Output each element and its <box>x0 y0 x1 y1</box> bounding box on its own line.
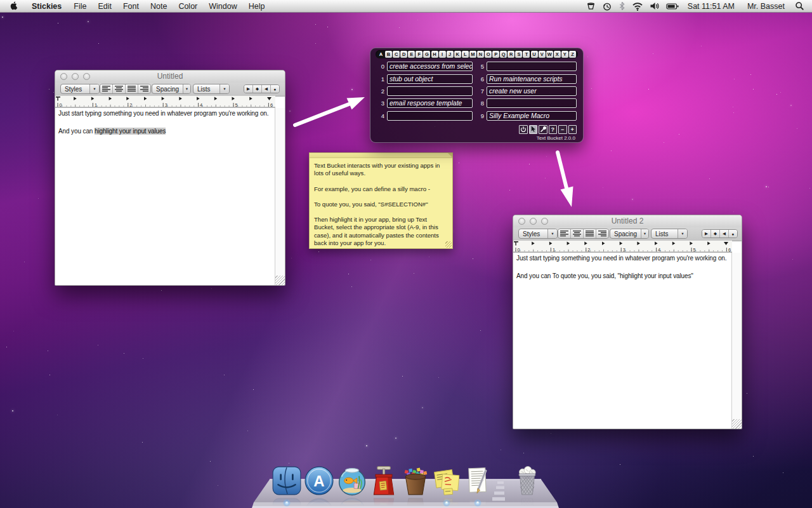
left-tab-icon[interactable]: ◀ <box>719 230 728 237</box>
scrollbar[interactable] <box>731 253 742 429</box>
plus-button[interactable]: + <box>568 125 577 134</box>
letter-tab-u[interactable]: U <box>531 51 538 58</box>
letter-tab-x[interactable]: X <box>554 51 561 58</box>
slot-field-5[interactable] <box>487 62 577 71</box>
slot-field-8[interactable] <box>487 98 577 108</box>
slot-field-3[interactable]: email response template <box>387 98 473 108</box>
sticky-note[interactable]: Text Bucket interacts with your existing… <box>309 152 453 249</box>
letter-tab-a[interactable]: A <box>377 51 384 58</box>
dock-detonator[interactable] <box>368 465 400 497</box>
letter-tab-t[interactable]: T <box>523 51 530 58</box>
close-button[interactable] <box>60 73 67 80</box>
slot-field-2[interactable] <box>387 86 473 96</box>
center-tab-icon[interactable]: ◆ <box>252 85 261 93</box>
slot-field-0[interactable]: create accessors from selec <box>387 62 473 71</box>
document-text-area[interactable]: Just start typing something you need in … <box>513 253 732 429</box>
menu-edit[interactable]: Edit <box>92 2 117 11</box>
dock-stickies[interactable] <box>431 465 462 497</box>
zoom-button[interactable] <box>83 73 90 80</box>
letter-tab-k[interactable]: K <box>454 51 461 58</box>
right-tab-icon[interactable]: ▶ <box>244 85 252 93</box>
document-text-area[interactable]: Just start typing something you need in … <box>55 108 275 285</box>
menu-note[interactable]: Note <box>145 2 173 11</box>
spotlight-icon[interactable] <box>795 1 804 11</box>
cursor-button[interactable] <box>529 125 538 134</box>
menu-color[interactable]: Color <box>173 2 203 11</box>
letter-tab-i[interactable]: I <box>439 51 446 58</box>
dock-finder[interactable] <box>271 465 303 497</box>
menu-user[interactable]: Mr. Basset <box>747 2 785 11</box>
apple-menu-icon[interactable] <box>10 1 19 11</box>
title-bar[interactable]: Untitled <box>55 70 285 83</box>
zoom-button[interactable] <box>541 218 548 225</box>
letter-tab-q[interactable]: Q <box>500 51 507 58</box>
resize-grip[interactable] <box>275 276 285 285</box>
slot-field-7[interactable]: create new user <box>487 86 577 96</box>
letter-tab-r[interactable]: R <box>508 51 514 58</box>
minimize-button[interactable] <box>530 218 537 225</box>
menu-font[interactable]: Font <box>117 2 145 11</box>
letter-tab-g[interactable]: G <box>423 51 430 58</box>
title-bar[interactable]: Untitled 2 <box>513 215 742 228</box>
help-button[interactable]: ? <box>549 125 558 134</box>
letter-tab-s[interactable]: S <box>515 51 522 58</box>
spacing-dropdown[interactable]: Spacing ▼ <box>152 84 191 94</box>
align-center-button[interactable] <box>112 84 125 93</box>
dock-trash[interactable] <box>511 465 543 497</box>
menu-clock[interactable]: Sat 11:51 AM <box>688 2 735 11</box>
scrollbar[interactable] <box>275 108 285 285</box>
battery-menu-icon[interactable] <box>666 1 679 11</box>
letter-tab-d[interactable]: D <box>400 51 407 58</box>
slot-field-9[interactable]: Silly Example Macro <box>487 111 577 121</box>
letter-tab-p[interactable]: P <box>492 51 499 58</box>
sticky-resize-grip[interactable] <box>445 241 452 248</box>
spacing-dropdown[interactable]: Spacing ▼ <box>610 229 649 239</box>
resize-grip[interactable] <box>732 419 742 429</box>
letter-tab-o[interactable]: O <box>485 51 492 58</box>
align-right-button[interactable] <box>138 84 150 93</box>
wifi-menu-icon[interactable] <box>632 1 643 11</box>
letter-tab-y[interactable]: Y <box>561 51 568 58</box>
wrench-button[interactable] <box>539 125 547 134</box>
slot-field-1[interactable]: stub out object <box>387 74 473 84</box>
menu-file[interactable]: File <box>68 2 92 11</box>
minus-button[interactable]: − <box>558 125 567 134</box>
styles-dropdown[interactable]: Styles ▼ <box>60 84 100 94</box>
decimal-tab-icon[interactable]: ● <box>728 230 737 237</box>
align-left-button[interactable] <box>558 229 570 238</box>
bluetooth-menu-icon[interactable] <box>619 1 625 11</box>
dock-app-store[interactable]: AA <box>303 465 335 497</box>
power-button[interactable] <box>519 125 528 134</box>
left-tab-icon[interactable]: ◀ <box>261 85 270 93</box>
slot-field-4[interactable] <box>387 111 473 121</box>
letter-tab-w[interactable]: W <box>546 51 553 58</box>
minimize-button[interactable] <box>72 73 79 80</box>
letter-tab-h[interactable]: H <box>431 51 438 58</box>
letter-tab-m[interactable]: M <box>469 51 476 58</box>
menu-help[interactable]: Help <box>243 2 271 11</box>
volume-menu-icon[interactable] <box>650 1 660 11</box>
ruler[interactable]: 0123456 <box>513 241 732 253</box>
ruler[interactable]: 0123456 <box>55 96 275 108</box>
letter-tab-l[interactable]: L <box>462 51 469 58</box>
letter-tab-e[interactable]: E <box>408 51 415 58</box>
letter-tab-f[interactable]: F <box>416 51 422 58</box>
dock-text-bucket[interactable] <box>400 465 431 497</box>
align-justify-button[interactable] <box>583 229 596 238</box>
time-machine-menu-icon[interactable] <box>602 1 612 11</box>
letter-tab-z[interactable]: Z <box>569 51 576 58</box>
right-tab-icon[interactable]: ▶ <box>702 230 710 237</box>
letter-tab-j[interactable]: J <box>447 51 454 58</box>
text-bucket-menu-icon[interactable] <box>586 1 596 11</box>
align-left-button[interactable] <box>100 84 112 93</box>
lists-dropdown[interactable]: Lists ▼ <box>193 84 230 94</box>
letter-tab-n[interactable]: N <box>477 51 484 58</box>
sticky-note-titlebar[interactable] <box>310 153 452 158</box>
letter-tab-v[interactable]: V <box>539 51 546 58</box>
app-menu-stickies[interactable]: Stickies <box>25 2 68 11</box>
dock-textedit[interactable] <box>462 465 494 497</box>
lists-dropdown[interactable]: Lists ▼ <box>651 229 688 239</box>
align-right-button[interactable] <box>596 229 608 238</box>
styles-dropdown[interactable]: Styles ▼ <box>518 229 558 239</box>
dock-fishbowl[interactable] <box>336 465 368 497</box>
